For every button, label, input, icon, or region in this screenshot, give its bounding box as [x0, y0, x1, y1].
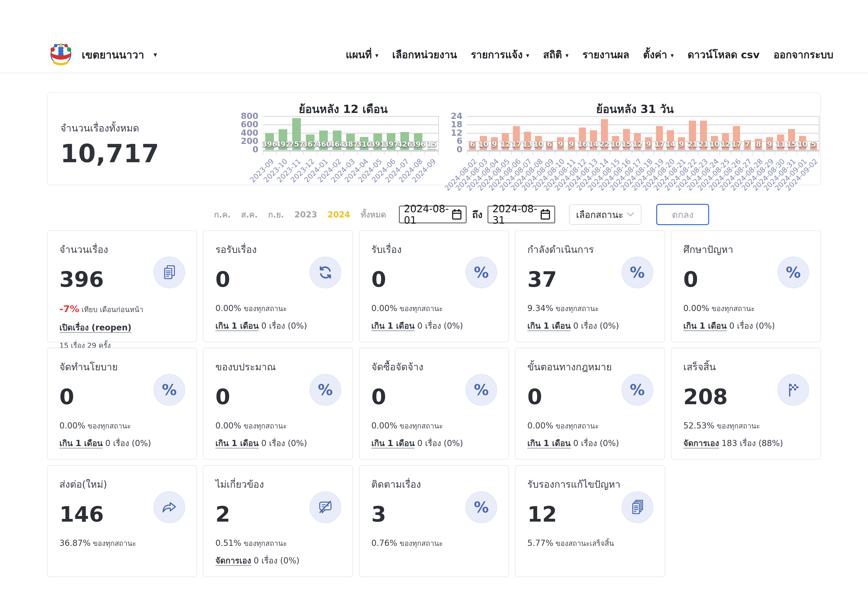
axis-tick	[786, 152, 797, 155]
filter-2024[interactable]: 2024	[328, 210, 350, 219]
card-unrelated: ไม่เกี่ยวข้อง20.51% ของทุกสถานะจัดการเอง…	[203, 465, 353, 577]
axis-tick	[384, 152, 397, 155]
card-title: จัดซื้อจัดจ้าง	[371, 359, 497, 375]
nav-item-download-csv-label: ดาวน์โหลด csv	[688, 47, 760, 63]
chart-last-31-days: ย้อนหลัง 31 วัน 061218246109121713106991…	[448, 100, 822, 185]
y-axis-label: 24	[451, 112, 462, 120]
card-text: 0 เรื่อง (0%)	[103, 438, 151, 448]
top-navbar: เขตยานนาวา ▾ แผนที่▾เลือกหน่วยงานรายการแ…	[0, 37, 868, 73]
chart-axis-ticks	[467, 152, 819, 155]
percent-icon: %	[474, 381, 489, 398]
calendar-icon	[540, 209, 550, 220]
filter-all[interactable]: ทั้งหมด	[361, 208, 386, 221]
y-axis-label: 12	[451, 129, 462, 137]
filter-aug[interactable]: ส.ค.	[241, 208, 257, 221]
card-link[interactable]: เกิน 1 เดือน	[371, 321, 415, 331]
nav-item-settings[interactable]: ตั้งค่า▾	[643, 47, 674, 63]
chart-x-labels: 2024-08-022024-08-032024-08-042024-08-05…	[467, 155, 819, 185]
card-text: 0 เรื่อง (0%)	[259, 438, 307, 448]
axis-tick	[500, 152, 511, 155]
card-link[interactable]: เกิน 1 เดือน	[527, 438, 570, 448]
finish-flag-icon	[777, 374, 809, 406]
bar-series: 39649275736746046438731039139742639615	[263, 117, 439, 150]
card-line: 0.00% ของทุกสถานะ	[527, 421, 653, 431]
card-text: 0 เรื่อง (0%)	[570, 321, 619, 331]
card-sub-lines: 0.00% ของทุกสถานะเกิน 1 เดือน 0 เรื่อง (…	[684, 303, 809, 331]
x-label-cell: 2024-09-02	[808, 155, 819, 185]
percent-icon: %	[630, 381, 645, 398]
card-line: เปิดเรื่อง (reopen)	[59, 322, 184, 333]
filter-sep[interactable]: ก.ย.	[268, 208, 284, 221]
card-link[interactable]: เกิน 1 เดือน	[215, 438, 259, 448]
submit-button[interactable]: ตกลง	[656, 204, 709, 225]
status-cards-grid: จำนวนเรื่อง396-7% เทียบ เดือนก่อนหน้าเปิ…	[47, 230, 821, 577]
card-waiting: รอรับเรื่อง00.00% ของทุกสถานะเกิน 1 เดือ…	[203, 230, 353, 342]
axis-tick	[632, 152, 643, 155]
axis-tick	[764, 152, 775, 155]
card-sub-lines: 36.87% ของทุกสถานะ	[59, 538, 184, 548]
date-from-value: 2024-08-01	[404, 203, 452, 226]
y-axis-label: 18	[451, 120, 462, 129]
card-sub-lines: 0.51% ของทุกสถานะจัดการเอง 0 เรื่อง (0%)	[215, 538, 341, 566]
card-link[interactable]: เกิน 1 เดือน	[684, 321, 727, 331]
percent-icon: %	[786, 264, 801, 281]
axis-tick	[610, 152, 620, 155]
nav-item-download-csv[interactable]: ดาวน์โหลด csv	[688, 47, 760, 63]
plot-right-border	[819, 115, 820, 152]
card-text: 0.76%	[371, 538, 397, 548]
card-link[interactable]: เปิดเรื่อง (reopen)	[59, 323, 132, 333]
card-line: เกิน 1 เดือน 0 เรื่อง (0%)	[371, 321, 497, 331]
card-link[interactable]: จัดการเอง	[684, 438, 719, 448]
nav-item-select-agency[interactable]: เลือกหน่วยงาน	[392, 47, 457, 63]
nav-item-stats[interactable]: สถิติ▾	[543, 47, 569, 63]
bar-series: 6109121713106991614221015129171492121101…	[467, 117, 819, 150]
axis-tick	[577, 152, 587, 155]
documents-icon	[622, 491, 653, 523]
axis-tick	[687, 152, 698, 155]
card-line: 0.76% ของทุกสถานะ	[371, 538, 497, 548]
card-sub-lines: 0.00% ของทุกสถานะเกิน 1 เดือน 0 เรื่อง (…	[215, 421, 341, 449]
date-to-input[interactable]: 2024-08-31	[487, 205, 555, 224]
y-axis-label: 800	[241, 112, 258, 120]
axis-tick	[370, 152, 384, 155]
card-link[interactable]: เกิน 1 เดือน	[215, 321, 259, 331]
card-link[interactable]: เกิน 1 เดือน	[371, 438, 415, 448]
bar-2024-09	[427, 149, 436, 150]
chevron-down-icon: ▾	[375, 52, 378, 59]
axis-tick	[478, 152, 489, 155]
nav-item-map[interactable]: แผนที่▾	[346, 47, 378, 63]
card-following: ติดตามเรื่อง3%0.76% ของทุกสถานะ	[359, 465, 509, 577]
card-text: 0 เรื่อง (0%)	[570, 438, 619, 448]
axis-tick	[533, 152, 544, 155]
date-to-value: 2024-08-31	[492, 203, 540, 226]
axis-tick	[425, 152, 439, 155]
chart-plot: 0200400600800396492757367460464387310391…	[263, 117, 439, 152]
card-link[interactable]: จัดการเอง	[215, 556, 251, 566]
status-select[interactable]: เลือกสถานะ	[569, 204, 641, 225]
nav-item-results[interactable]: รายงานผล	[583, 47, 629, 63]
chart-plot: 0612182461091217131069916142210151291714…	[467, 117, 819, 152]
axis-tick	[753, 152, 764, 155]
nav-item-logout[interactable]: ออกจากระบบ	[773, 47, 833, 63]
filter-2023[interactable]: 2023	[294, 210, 317, 219]
card-title: เสร็จสิ้น	[684, 359, 809, 375]
axis-tick	[303, 152, 316, 155]
card-text: ของทุกสถานะ	[91, 539, 136, 548]
y-axis-label: 0	[253, 145, 258, 154]
card-text: 0 เรื่อง (0%)	[727, 321, 775, 331]
card-title: ศึกษาปัญหา	[684, 242, 809, 257]
card-text: ของทุกสถานะ	[715, 422, 760, 430]
nav-item-report-list[interactable]: รายการแจ้ง▾	[471, 47, 529, 63]
card-link[interactable]: เกิน 1 เดือน	[527, 321, 570, 331]
date-from-input[interactable]: 2024-08-01	[399, 205, 467, 224]
dashboard-page: เขตยานนาวา ▾ แผนที่▾เลือกหน่วยงานรายการแ…	[0, 0, 868, 614]
percent-icon: %	[465, 374, 497, 406]
card-link[interactable]: เกิน 1 เดือน	[59, 438, 103, 448]
chevron-down-icon	[626, 212, 634, 217]
status-select-value: เลือกสถานะ	[576, 207, 623, 222]
card-line: 9.34% ของทุกสถานะ	[527, 303, 653, 313]
date-range-to-label: ถึง	[472, 207, 482, 222]
district-selector[interactable]: เขตยานนาวา ▾	[47, 41, 157, 68]
bar-value-label: 15	[420, 140, 443, 148]
filter-jul[interactable]: ก.ค.	[214, 208, 231, 221]
